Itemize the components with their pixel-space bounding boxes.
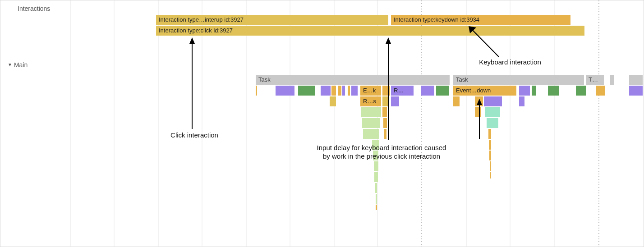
flame-event[interactable]: [421, 86, 434, 96]
flame-event[interactable]: [548, 86, 559, 96]
track-label-main[interactable]: ▼Main: [8, 61, 28, 69]
task-1[interactable]: Task: [256, 75, 450, 85]
timeline-panel: Interactions ▼Main Interaction type…inte…: [0, 0, 644, 247]
interaction-keydown[interactable]: Interaction type:keydown id:3934: [391, 15, 570, 25]
flame-event[interactable]: [391, 96, 399, 106]
flame-event[interactable]: [532, 86, 536, 96]
flame-event-rs[interactable]: R…s: [360, 96, 381, 106]
flame-event[interactable]: [331, 86, 336, 96]
flame-event[interactable]: [363, 129, 379, 139]
task-2[interactable]: Task: [453, 75, 584, 85]
flame-event-r[interactable]: R…: [391, 86, 414, 96]
flame-event[interactable]: [342, 86, 345, 96]
main-label-text: Main: [14, 61, 28, 69]
track-label-interactions: Interactions: [18, 5, 50, 12]
flame-event[interactable]: [489, 140, 491, 150]
flame-event[interactable]: [384, 129, 386, 139]
task-sliver-a[interactable]: [610, 75, 614, 85]
flame-event[interactable]: [338, 86, 341, 96]
task-3[interactable]: T…: [586, 75, 604, 85]
flame-event[interactable]: [374, 172, 378, 182]
annotation-input-delay: Input delay for keyboard interaction cau…: [316, 144, 447, 161]
flame-event[interactable]: [298, 86, 315, 96]
flame-event[interactable]: [256, 86, 257, 96]
flame-event[interactable]: [489, 151, 491, 160]
flame-event[interactable]: [475, 107, 481, 117]
flame-event[interactable]: [375, 183, 377, 193]
interaction-click[interactable]: Interaction type:click id:3927: [156, 26, 584, 36]
flame-event[interactable]: [361, 107, 381, 117]
annotation-keyboard: Keyboard interaction: [451, 58, 569, 67]
flame-event[interactable]: [382, 96, 388, 106]
flame-event[interactable]: [321, 86, 331, 96]
flame-event[interactable]: [382, 86, 390, 96]
flame-event[interactable]: [362, 118, 380, 128]
interaction-pointerup[interactable]: Interaction type…interup id:3927: [156, 15, 388, 25]
flame-event[interactable]: [490, 161, 491, 171]
flame-event[interactable]: [351, 86, 358, 96]
flame-event[interactable]: [383, 118, 387, 128]
timeline-grid: [0, 0, 644, 247]
flame-event[interactable]: [382, 107, 387, 117]
flame-event[interactable]: [485, 107, 500, 117]
flame-event[interactable]: [484, 96, 502, 106]
flame-event[interactable]: [453, 96, 460, 106]
flame-event[interactable]: [488, 129, 491, 139]
flame-event[interactable]: [374, 161, 378, 171]
chevron-down-icon: ▼: [8, 62, 12, 68]
flame-event-eventdown[interactable]: Event…down: [453, 86, 516, 96]
flame-event[interactable]: [436, 86, 449, 96]
flame-event[interactable]: [276, 86, 294, 96]
flame-event[interactable]: [490, 172, 491, 178]
task-sliver-b[interactable]: [629, 75, 643, 85]
flame-event[interactable]: [519, 86, 530, 96]
flame-event[interactable]: [596, 86, 605, 96]
flame-event[interactable]: [629, 86, 643, 96]
flame-event[interactable]: [376, 205, 377, 210]
flame-event[interactable]: [330, 96, 336, 106]
flame-event[interactable]: [576, 86, 586, 96]
annotation-click: Click interaction: [136, 131, 253, 140]
flame-event[interactable]: [519, 96, 524, 106]
flame-event[interactable]: [348, 86, 350, 96]
flame-event[interactable]: [487, 118, 498, 128]
flame-event-ek[interactable]: E…k: [360, 86, 381, 96]
flame-event[interactable]: [475, 96, 483, 106]
flame-event[interactable]: [376, 194, 377, 204]
